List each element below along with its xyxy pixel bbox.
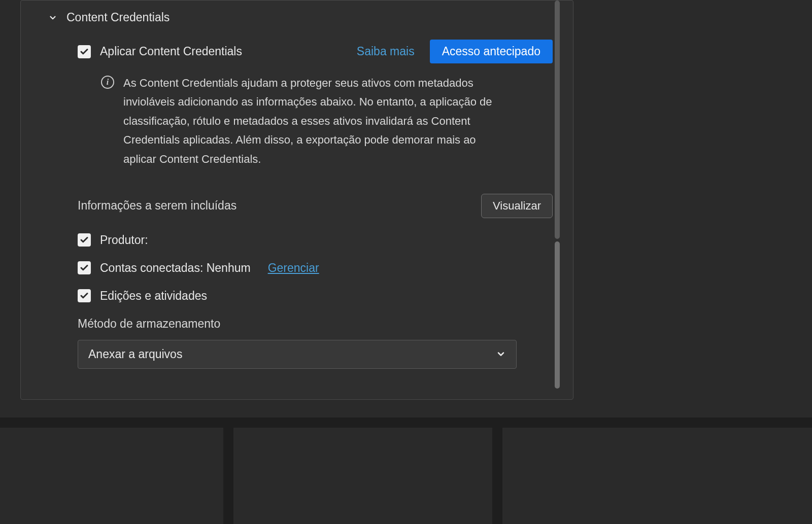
edits-checkbox[interactable]	[78, 289, 91, 302]
content-credentials-panel: Content Credentials Aplicar Content Cred…	[20, 0, 573, 400]
scrollbar[interactable]	[554, 1, 561, 391]
apply-row: Aplicar Content Credentials Saiba mais A…	[78, 40, 553, 63]
bottom-panel	[0, 428, 223, 524]
apply-checkbox[interactable]	[78, 45, 91, 58]
producer-checkbox[interactable]	[78, 233, 91, 247]
bottom-panel	[502, 428, 812, 524]
include-header-row: Informações a serem incluídas Visualizar	[78, 194, 553, 218]
edits-row: Edições e atividades	[78, 289, 553, 303]
apply-label: Aplicar Content Credentials	[100, 45, 357, 58]
storage-dropdown[interactable]: Anexar a arquivos	[78, 340, 517, 369]
info-row: i As Content Credentials ajudam a proteg…	[101, 74, 553, 168]
connected-accounts-row: Contas conectadas: Nenhum Gerenciar	[78, 261, 553, 275]
bottom-bar	[0, 417, 812, 524]
visualize-button[interactable]: Visualizar	[481, 194, 553, 218]
producer-label: Produtor:	[100, 233, 148, 247]
bottom-panel	[233, 428, 492, 524]
edits-label: Edições e atividades	[100, 289, 207, 303]
section-header[interactable]: Content Credentials	[48, 11, 553, 24]
storage-label: Método de armazenamento	[78, 317, 553, 331]
scrollbar-thumb[interactable]	[555, 241, 560, 389]
learn-more-link[interactable]: Saiba mais	[357, 45, 415, 58]
include-header: Informações a serem incluídas	[78, 199, 236, 213]
info-text: As Content Credentials ajudam a proteger…	[123, 74, 509, 168]
early-access-button[interactable]: Acesso antecipado	[430, 40, 553, 63]
info-icon: i	[101, 76, 114, 89]
connected-accounts-label: Contas conectadas: Nenhum	[100, 261, 251, 275]
producer-row: Produtor:	[78, 233, 553, 247]
manage-link[interactable]: Gerenciar	[268, 261, 323, 275]
connected-accounts-checkbox[interactable]	[78, 261, 91, 274]
info-icon-wrap: i	[101, 74, 114, 168]
scrollbar-thumb[interactable]	[555, 1, 560, 239]
storage-dropdown-value: Anexar a arquivos	[88, 347, 182, 361]
chevron-down-icon	[48, 13, 57, 22]
section-title: Content Credentials	[66, 11, 170, 24]
chevron-down-icon	[496, 349, 506, 359]
